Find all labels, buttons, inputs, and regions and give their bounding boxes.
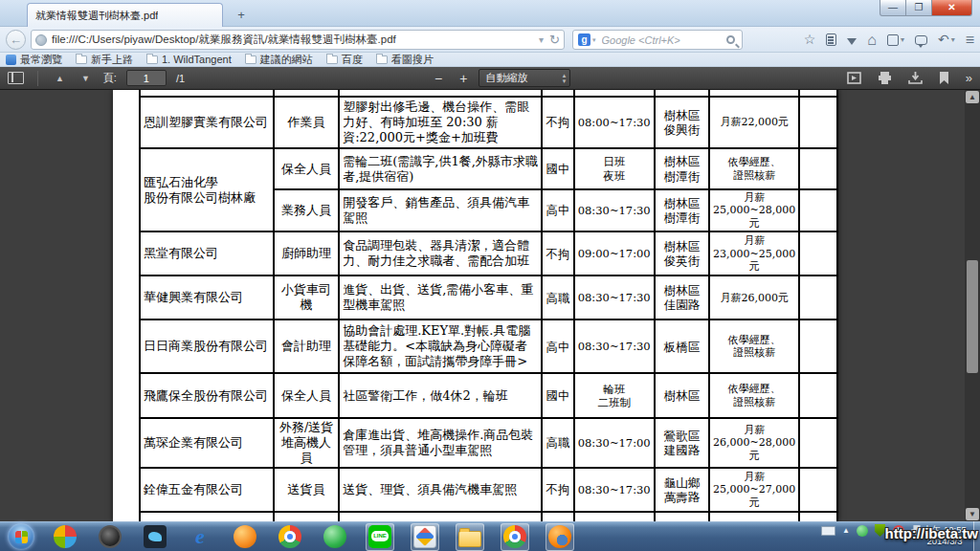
- google-engine-icon[interactable]: g: [578, 33, 590, 46]
- toggle-sidebar-icon[interactable]: [8, 72, 24, 84]
- cell-area: 板橋區: [655, 320, 709, 373]
- home-icon[interactable]: ⌂: [867, 30, 877, 50]
- cell-extra: [799, 276, 837, 320]
- url-text: file:///C:/Users/piyaw/Desktop/就業服務資訊/就業…: [52, 33, 539, 47]
- firefox-window-icon[interactable]: [546, 523, 574, 551]
- line-app-icon[interactable]: [366, 523, 394, 551]
- cell-education: 高中: [542, 512, 573, 521]
- cell-description: 食品調理包裝、器具清潔，適合體力、耐力佳之求職者、需配合加班: [339, 231, 542, 276]
- presentation-mode-icon[interactable]: [847, 72, 861, 84]
- browser-tab[interactable]: 就業情報雙週刊樹林臺.pdf: [27, 3, 223, 27]
- cell-description: 需輪二班(需識字,供1餐,外縣市求職者,提供宿宿): [339, 148, 542, 189]
- cell-work-time: 08:30~17:30: [574, 189, 655, 231]
- cell-position: 廚師助理: [274, 231, 339, 276]
- table-row: 恩訓塑膠實業有限公司作業員塑膠射出修毛邊、機台操作、需眼力好、有時加班至 20:…: [140, 97, 837, 148]
- extension-icon[interactable]: ▾: [887, 30, 904, 50]
- engine-caret-icon[interactable]: ▾: [592, 36, 596, 44]
- cell-description: [339, 90, 542, 97]
- close-button[interactable]: ✕: [932, 0, 972, 16]
- scrollbar-thumb[interactable]: [967, 260, 978, 373]
- internet-explorer-icon[interactable]: [186, 523, 214, 551]
- back-button[interactable]: ←: [6, 30, 26, 50]
- scroll-down-icon[interactable]: ▼: [966, 508, 979, 520]
- undo-extension-icon[interactable]: ↶▾: [938, 30, 955, 50]
- cell-position: 保全人員: [274, 373, 339, 418]
- chrome-glyph: [278, 525, 301, 548]
- chrome-window-icon[interactable]: [501, 523, 529, 551]
- ie-glyph: [189, 525, 212, 548]
- cell-work-time: 08:30~17:30: [574, 512, 655, 521]
- pinwheel-app-icon[interactable]: [51, 523, 79, 551]
- cell-company: 竹陞食品有限公司: [140, 512, 274, 521]
- cell-description: 送貨、理貨、須具備汽機車駕照: [339, 468, 542, 512]
- downloads-icon[interactable]: [847, 34, 857, 45]
- twitter-app-icon[interactable]: [141, 523, 169, 551]
- show-hidden-icons[interactable]: ▲: [842, 526, 850, 535]
- search-icon[interactable]: [726, 35, 735, 44]
- cell-company: 飛鷹保全股份有限公司: [140, 373, 274, 418]
- search-input[interactable]: g ▾ Google <Ctrl+K>: [572, 30, 743, 50]
- scroll-up-icon[interactable]: ▲: [966, 91, 979, 103]
- bookmark-item[interactable]: 看圖搜片: [376, 53, 434, 67]
- green-tray-icon[interactable]: [857, 525, 868, 537]
- cell-position: 小貨車司機: [274, 276, 339, 320]
- cell-position: 業務司機: [274, 512, 339, 521]
- bookmark-item[interactable]: 新手上路: [76, 53, 133, 67]
- keyboard-tray-icon[interactable]: [821, 526, 835, 536]
- cell-extra: [799, 90, 837, 97]
- orange-glyph: [234, 525, 256, 548]
- watermark: http://ibeta.tw: [885, 525, 979, 541]
- search-placeholder: Google <Ctrl+K>: [602, 34, 726, 46]
- zoom-in-button[interactable]: +: [454, 71, 473, 86]
- bookmark-item[interactable]: 百度: [326, 53, 363, 67]
- bookmark-item[interactable]: 建議的網站: [245, 53, 313, 67]
- minimize-button[interactable]: —: [880, 0, 906, 16]
- print-icon[interactable]: [878, 72, 892, 84]
- dark-circle-app-icon[interactable]: [96, 523, 124, 551]
- cell-education: 國中: [542, 148, 573, 189]
- cell-salary: 月薪: [709, 512, 799, 521]
- cell-work-time: 08:30~17:30: [574, 468, 655, 512]
- zoom-out-button[interactable]: −: [429, 71, 448, 86]
- bookmark-item[interactable]: 最常瀏覽: [6, 53, 62, 67]
- page-number-input[interactable]: [126, 70, 167, 86]
- more-tools-icon[interactable]: »: [966, 71, 972, 85]
- orange-ball-app-icon[interactable]: [231, 523, 259, 551]
- paint-app-icon[interactable]: [411, 523, 439, 551]
- cell-education: [542, 90, 573, 97]
- security-shield-icon[interactable]: [875, 524, 885, 537]
- cell-salary: 依學經歷、 證照核薪: [709, 320, 799, 373]
- new-tab-button[interactable]: +: [230, 8, 253, 24]
- cell-area: 鶯歌區: [655, 512, 709, 521]
- explorer-folder-icon[interactable]: [456, 523, 484, 551]
- bookmark-item[interactable]: 1. WildTangent: [146, 53, 232, 67]
- url-dropdown-icon[interactable]: ▾: [539, 34, 544, 45]
- vertical-scrollbar[interactable]: ▲ ▼: [965, 90, 980, 521]
- next-page-button[interactable]: ▼: [78, 72, 94, 85]
- reload-icon[interactable]: ↻: [549, 33, 560, 47]
- download-icon[interactable]: [908, 72, 923, 84]
- feedback-bubble-icon[interactable]: [915, 35, 927, 45]
- window-controls: — ❐ ✕: [880, 0, 972, 16]
- cell-description: 開發客戶、銷售產品、須具備汽車駕照: [339, 189, 542, 231]
- start-button[interactable]: [8, 523, 34, 550]
- menu-icon[interactable]: ≡: [966, 30, 974, 50]
- bookmarks-menu-icon[interactable]: [826, 33, 836, 46]
- previous-page-button[interactable]: ▲: [52, 72, 68, 85]
- cell-position: 外務/送貨 堆高機人員: [274, 418, 339, 468]
- bookmark-label: 新手上路: [91, 53, 133, 67]
- pinwheel-glyph: [54, 525, 77, 548]
- zoom-mode-select[interactable]: 自動縮放 ▴▾: [479, 69, 570, 87]
- chrome-icon[interactable]: [276, 523, 304, 551]
- firefox-glyph: [548, 525, 571, 548]
- bookmark-view-icon[interactable]: [939, 72, 949, 84]
- cell-extra: [799, 418, 837, 468]
- folder-icon: [245, 55, 256, 64]
- green-browser-icon[interactable]: [321, 523, 349, 551]
- bookmark-star-icon[interactable]: ☆: [804, 30, 816, 50]
- bookmark-label: 1. WildTangent: [162, 54, 232, 65]
- cell-area: 樹林區 俊英街: [655, 231, 709, 276]
- url-bar[interactable]: file:///C:/Users/piyaw/Desktop/就業服務資訊/就業…: [31, 30, 565, 50]
- page-label: 頁:: [103, 71, 117, 85]
- maximize-button[interactable]: ❐: [906, 0, 932, 16]
